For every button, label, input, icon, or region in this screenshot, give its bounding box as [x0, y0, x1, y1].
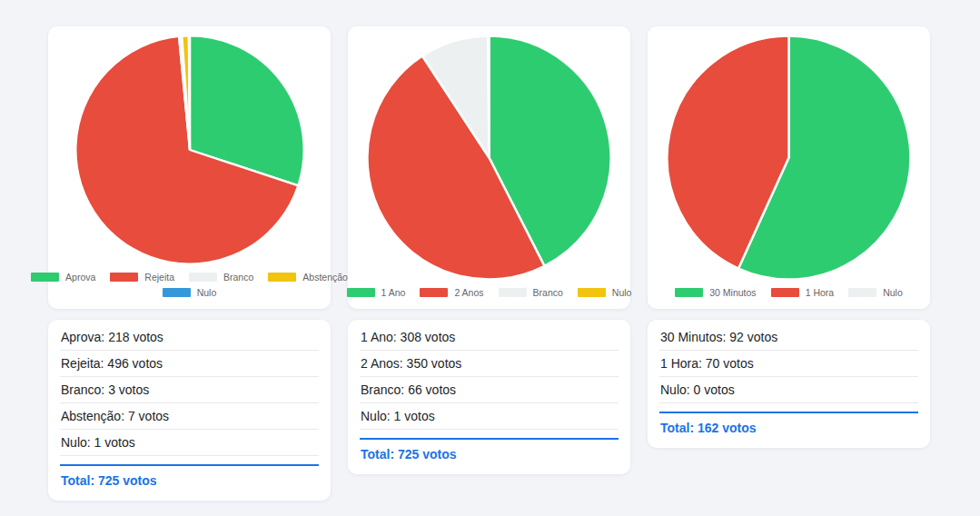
legend-item[interactable]: 2 Anos	[420, 287, 483, 298]
legend-swatch-icon	[499, 288, 527, 297]
legend-swatch-icon	[420, 288, 448, 297]
legend-label: Rejeita	[144, 272, 174, 283]
legend-item[interactable]: Aprova	[31, 272, 95, 283]
legend-label: Abstenção	[302, 272, 348, 283]
legend-label: Nulo	[883, 287, 903, 298]
vote-count-row: Aprova: 218 votos	[60, 324, 319, 351]
legend-label: Aprova	[65, 272, 95, 283]
legend-swatch-icon	[771, 288, 799, 297]
legend-item[interactable]: Nulo	[578, 287, 632, 298]
vote-count-row: 1 Ano: 308 votos	[360, 324, 619, 351]
legend-swatch-icon	[189, 273, 217, 282]
pie-chart-1[interactable]	[59, 34, 320, 266]
total-votes: Total: 725 votos	[60, 464, 319, 491]
pie-svg[interactable]	[365, 34, 613, 282]
results-dashboard: AprovaRejeitaBrancoAbstençãoNulo 1 Ano2 …	[0, 0, 980, 501]
legend-item[interactable]: Branco	[189, 272, 253, 283]
legend-swatch-icon	[163, 288, 191, 297]
legend-swatch-icon	[347, 288, 375, 297]
vote-count-row: Branco: 66 votos	[360, 377, 619, 403]
legend-row: 30 Minutos1 HoraNulo	[675, 287, 903, 298]
legend-label: 30 Minutos	[709, 287, 756, 298]
vote-count-row: Nulo: 1 votos	[360, 403, 619, 430]
legend-swatch-icon	[268, 273, 296, 282]
pie-chart-card-3: 30 Minutos1 HoraNulo	[648, 26, 930, 309]
vote-results-card-2: 1 Ano: 308 votos2 Anos: 350 votosBranco:…	[348, 320, 630, 474]
legend-label: Branco	[533, 287, 563, 298]
legend-item[interactable]: 1 Ano	[347, 287, 406, 298]
legend-row: Nulo	[163, 287, 217, 298]
pie-chart-2[interactable]	[359, 34, 619, 282]
chart-legend-1: AprovaRejeitaBrancoAbstençãoNulo	[59, 266, 320, 298]
legend-swatch-icon	[110, 273, 138, 282]
vote-count-row: Abstenção: 7 votos	[60, 403, 319, 430]
vote-count-row: Branco: 3 votos	[60, 377, 319, 403]
pie-slice[interactable]	[188, 35, 189, 150]
total-votes: Total: 725 votos	[360, 438, 619, 465]
pie-chart-card-1: AprovaRejeitaBrancoAbstençãoNulo	[48, 26, 331, 309]
legend-item[interactable]: Branco	[499, 287, 563, 298]
vote-results-card-1: Aprova: 218 votosRejeita: 496 votosBranc…	[48, 320, 331, 501]
vote-results-card-3: 30 Minutos: 92 votos1 Hora: 70 votosNulo…	[648, 320, 930, 448]
vote-count-row: Rejeita: 496 votos	[60, 351, 319, 377]
legend-item[interactable]: Abstenção	[268, 272, 348, 283]
legend-item[interactable]: Rejeita	[110, 272, 174, 283]
vote-count-row: 30 Minutos: 92 votos	[659, 324, 918, 351]
legend-label: 1 Ano	[381, 287, 406, 298]
legend-swatch-icon	[675, 288, 703, 297]
chart-legend-3: 30 Minutos1 HoraNulo	[658, 282, 919, 298]
legend-label: 2 Anos	[454, 287, 483, 298]
vote-count-row: 1 Hora: 70 votos	[659, 351, 918, 377]
vote-count-row: Nulo: 1 votos	[60, 430, 319, 456]
legend-label: Nulo	[612, 287, 632, 298]
legend-swatch-icon	[31, 273, 59, 282]
legend-label: 1 Hora	[806, 287, 835, 298]
vote-count-row: Nulo: 0 votos	[659, 377, 918, 403]
pie-slice[interactable]	[488, 35, 489, 157]
legend-label: Nulo	[197, 287, 217, 298]
legend-item[interactable]: Nulo	[848, 287, 903, 298]
legend-swatch-icon	[848, 288, 876, 297]
legend-item[interactable]: 1 Hora	[771, 287, 835, 298]
pie-svg[interactable]	[74, 34, 306, 266]
legend-row: AprovaRejeitaBrancoAbstenção	[31, 272, 348, 283]
chart-legend-2: 1 Ano2 AnosBrancoNulo	[359, 282, 619, 298]
legend-row: 1 Ano2 AnosBrancoNulo	[347, 287, 632, 298]
legend-item[interactable]: 30 Minutos	[675, 287, 756, 298]
pie-chart-3[interactable]	[658, 34, 919, 282]
legend-label: Branco	[223, 272, 253, 283]
legend-item[interactable]: Nulo	[163, 287, 217, 298]
pie-chart-card-2: 1 Ano2 AnosBrancoNulo	[348, 26, 630, 309]
vote-count-row: 2 Anos: 350 votos	[360, 351, 619, 377]
legend-swatch-icon	[578, 288, 606, 297]
total-votes: Total: 162 votos	[659, 412, 918, 439]
pie-svg[interactable]	[665, 34, 913, 282]
